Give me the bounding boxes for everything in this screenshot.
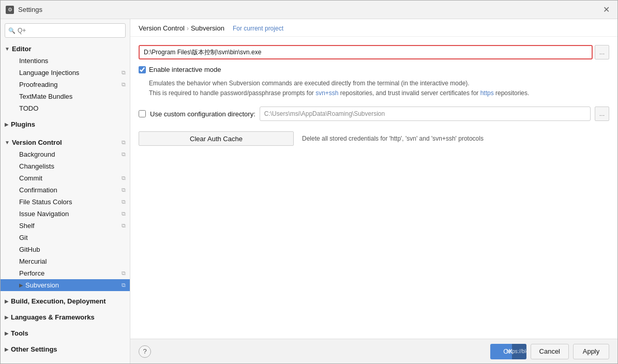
path-browse-button[interactable]: …	[595, 45, 609, 59]
todo-label: TODO	[19, 104, 38, 112]
section-build-header[interactable]: ▶ Build, Execution, Deployment	[1, 295, 130, 307]
sidebar-item-textmate[interactable]: TextMate Bundles	[1, 90, 130, 102]
custom-dir-checkbox[interactable]	[139, 110, 146, 117]
copy-icon-fsc: ⧉	[122, 199, 126, 205]
sidebar-item-confirmation[interactable]: Confirmation ⧉	[1, 184, 130, 196]
interactive-mode-description: Emulates the behavior when Subversion co…	[149, 79, 609, 98]
ok-button[interactable]: OK https://blog	[490, 344, 526, 359]
close-button[interactable]: ✕	[600, 4, 612, 16]
section-other-label: Other Settings	[11, 345, 57, 353]
apply-button[interactable]: Apply	[573, 344, 609, 359]
main-content: 🔍 ▼ Editor Intentions Language Injection…	[1, 19, 617, 363]
changelists-label: Changelists	[19, 162, 54, 170]
copy-icon-svn: ⧉	[122, 282, 126, 289]
breadcrumb-current: Subversion	[191, 24, 224, 32]
path-row: …	[139, 45, 609, 59]
section-tools-label: Tools	[11, 329, 28, 337]
chevron-right-icon-build: ▶	[5, 298, 9, 304]
interactive-mode-checkbox[interactable]	[139, 66, 146, 73]
section-editor: ▼ Editor Intentions Language Injections …	[1, 41, 130, 116]
textmate-label: TextMate Bundles	[19, 93, 72, 100]
sidebar-item-proofreading[interactable]: Proofreading ⧉	[1, 79, 130, 90]
copy-icon-proofreading: ⧉	[122, 81, 126, 88]
section-languages: ▶ Languages & Frameworks	[1, 309, 130, 325]
copy-icon-issue: ⧉	[122, 210, 126, 217]
help-button[interactable]: ?	[139, 345, 151, 358]
interactive-mode-label: Enable interactive mode	[149, 66, 221, 73]
panel-body: … Enable interactive mode Emulates the b…	[130, 37, 617, 339]
section-other-header[interactable]: ▶ Other Settings	[1, 343, 130, 355]
chevron-right-icon-other: ▶	[5, 346, 9, 352]
sidebar-item-subversion[interactable]: ▶ Subversion ⧉	[1, 279, 130, 291]
subversion-label: Subversion	[25, 281, 59, 289]
proofreading-label: Proofreading	[19, 81, 57, 88]
window-title: Settings	[18, 6, 600, 13]
mercurial-label: Mercurial	[19, 257, 47, 265]
section-lang-label: Languages & Frameworks	[11, 313, 95, 321]
chevron-right-icon-lang: ▶	[5, 314, 9, 320]
git-label: Git	[19, 234, 28, 241]
clear-auth-cache-button[interactable]: Clear Auth Cache	[139, 131, 294, 146]
section-vc-label: Version Control	[12, 139, 62, 146]
chevron-right-svn: ▶	[19, 282, 23, 288]
search-input[interactable]	[5, 23, 126, 38]
section-other: ▶ Other Settings	[1, 341, 130, 357]
section-build: ▶ Build, Execution, Deployment	[1, 293, 130, 309]
title-bar: ⚙ Settings ✕	[1, 1, 617, 19]
search-icon: 🔍	[8, 27, 16, 34]
intentions-label: Intentions	[19, 57, 48, 65]
section-build-label: Build, Execution, Deployment	[11, 297, 105, 305]
section-plugins: ▶ Plugins	[1, 116, 130, 132]
chevron-down-icon: ▼	[5, 46, 10, 52]
search-box: 🔍	[5, 23, 126, 38]
sidebar-item-commit[interactable]: Commit ⧉	[1, 172, 130, 184]
section-lang-header[interactable]: ▶ Languages & Frameworks	[1, 311, 130, 323]
sidebar-item-background[interactable]: Background ⧉	[1, 148, 130, 160]
copy-icon-commit: ⧉	[122, 175, 126, 181]
sidebar-item-github[interactable]: GitHub	[1, 244, 130, 255]
clear-cache-row: Clear Auth Cache Delete all stored crede…	[139, 131, 609, 146]
commit-label: Commit	[19, 174, 42, 182]
language-injections-label: Language Injections	[19, 69, 79, 77]
file-status-label: File Status Colors	[19, 198, 72, 206]
custom-dir-label: Use custom configuration directory:	[150, 110, 255, 118]
sidebar-item-perforce[interactable]: Perforce ⧉	[1, 267, 130, 279]
confirmation-label: Confirmation	[19, 186, 57, 194]
issue-nav-label: Issue Navigation	[19, 210, 69, 218]
shelf-label: Shelf	[19, 222, 35, 230]
copy-icon-confirmation: ⧉	[122, 187, 126, 193]
sidebar-item-intentions[interactable]: Intentions	[1, 55, 130, 67]
section-editor-label: Editor	[12, 45, 32, 53]
sidebar-item-todo[interactable]: TODO	[1, 102, 130, 114]
settings-window: ⚙ Settings ✕ 🔍 ▼ Editor Intentions L	[0, 0, 618, 364]
custom-dir-browse-button[interactable]: …	[595, 107, 609, 121]
sidebar-item-mercurial[interactable]: Mercurial	[1, 255, 130, 267]
section-tools: ▶ Tools	[1, 325, 130, 341]
section-tools-header[interactable]: ▶ Tools	[1, 327, 130, 339]
clear-cache-section: Clear Auth Cache Delete all stored crede…	[139, 131, 609, 146]
section-vc-header[interactable]: ▼ Version Control ⧉	[1, 136, 130, 148]
section-editor-header[interactable]: ▼ Editor	[1, 43, 130, 55]
svn-path-input[interactable]	[139, 45, 593, 59]
sidebar: 🔍 ▼ Editor Intentions Language Injection…	[1, 19, 130, 363]
sidebar-item-git[interactable]: Git	[1, 232, 130, 244]
sidebar-item-shelf[interactable]: Shelf ⧉	[1, 220, 130, 232]
sidebar-item-file-status[interactable]: File Status Colors ⧉	[1, 196, 130, 208]
clear-cache-description: Delete all stored credentials for 'http'…	[302, 135, 484, 142]
copy-icon-shelf: ⧉	[122, 222, 126, 229]
footer: ? OK https://blog Cancel Apply	[130, 339, 617, 363]
custom-dir-row: Use custom configuration directory: …	[139, 107, 609, 121]
cancel-button[interactable]: Cancel	[531, 344, 569, 359]
chevron-right-icon-plugins: ▶	[5, 122, 9, 127]
custom-dir-input[interactable]	[260, 107, 591, 121]
sidebar-item-language-injections[interactable]: Language Injections ⧉	[1, 67, 130, 79]
section-plugins-header[interactable]: ▶ Plugins	[1, 118, 130, 130]
window-icon: ⚙	[6, 6, 14, 14]
perforce-label: Perforce	[19, 269, 44, 277]
sidebar-item-issue-nav[interactable]: Issue Navigation ⧉	[1, 208, 130, 220]
breadcrumb: Version Control › Subversion For current…	[130, 19, 617, 37]
right-panel: Version Control › Subversion For current…	[130, 19, 617, 363]
sidebar-item-changelists[interactable]: Changelists	[1, 160, 130, 172]
github-label: GitHub	[19, 246, 40, 253]
for-current-project-link[interactable]: For current project	[233, 25, 283, 32]
